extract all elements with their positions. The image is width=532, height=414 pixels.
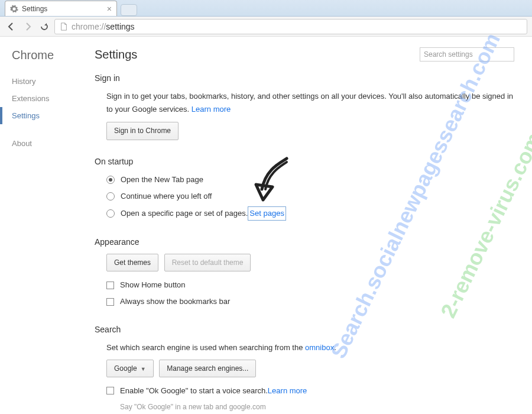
- sidebar-item-extensions[interactable]: Extensions: [12, 90, 83, 107]
- checkbox-label: Enable "Ok Google" to start a voice sear…: [120, 384, 268, 397]
- tab-strip: Settings ×: [0, 0, 532, 17]
- content-area: Settings Sign in Sign in to get your tab…: [83, 37, 532, 414]
- checkbox-label: Show Home button: [120, 279, 186, 292]
- startup-option-label: Open the New Tab page: [121, 173, 203, 186]
- startup-option-label: Open a specific page or set of pages.: [121, 207, 248, 220]
- show-bookmarks-checkbox[interactable]: Always show the bookmarks bar: [106, 295, 514, 308]
- address-bar[interactable]: chrome://settings: [54, 19, 527, 34]
- ok-google-checkbox[interactable]: Enable "Ok Google" to start a voice sear…: [106, 384, 514, 397]
- sidebar: Chrome History Extensions Settings About: [0, 37, 83, 414]
- checkbox-icon: [106, 298, 114, 306]
- radio-icon: [106, 192, 115, 200]
- sidebar-title: Chrome: [12, 48, 83, 62]
- sidebar-item-settings[interactable]: Settings: [0, 107, 83, 124]
- radio-icon: [106, 209, 115, 218]
- section-appearance-title: Appearance: [95, 237, 514, 247]
- forward-button[interactable]: [21, 20, 34, 33]
- browser-tab[interactable]: Settings ×: [5, 1, 117, 16]
- sidebar-item-about[interactable]: About: [12, 135, 83, 152]
- page-icon: [60, 22, 68, 31]
- chevron-down-icon: ▼: [141, 366, 146, 372]
- startup-option-continue[interactable]: Continue where you left off: [106, 190, 514, 203]
- startup-option-label: Continue where you left off: [121, 190, 212, 203]
- section-signin-title: Sign in: [95, 73, 514, 83]
- omnibox-link[interactable]: omnibox: [305, 343, 334, 352]
- page-title: Settings: [95, 48, 137, 62]
- section-startup-title: On startup: [95, 157, 514, 166]
- close-icon[interactable]: ×: [107, 5, 112, 13]
- new-tab-button[interactable]: [121, 4, 137, 16]
- browser-toolbar: chrome://settings: [0, 17, 532, 37]
- show-home-checkbox[interactable]: Show Home button: [106, 279, 514, 292]
- checkbox-label: Always show the bookmarks bar: [120, 295, 230, 308]
- sidebar-item-history[interactable]: History: [12, 73, 83, 90]
- startup-option-newtab[interactable]: Open the New Tab page: [106, 173, 514, 186]
- search-body: Set which search engine is used when sea…: [106, 343, 305, 352]
- checkbox-icon: [106, 282, 114, 289]
- back-button[interactable]: [5, 20, 18, 33]
- url-protocol: chrome://: [72, 22, 106, 31]
- tab-title: Settings: [22, 5, 47, 13]
- startup-option-specific[interactable]: Open a specific page or set of pages. Se…: [106, 206, 514, 221]
- signin-body: Sign in to get your tabs, bookmarks, his…: [106, 92, 513, 114]
- url-path: settings: [106, 22, 134, 31]
- ok-google-learn-more-link[interactable]: Learn more: [268, 384, 307, 397]
- section-search-title: Search: [95, 325, 514, 334]
- signin-button[interactable]: Sign in to Chrome: [106, 122, 179, 140]
- search-engine-dropdown[interactable]: Google▼: [106, 360, 154, 377]
- get-themes-button[interactable]: Get themes: [106, 254, 158, 271]
- manage-search-engines-button[interactable]: Manage search engines...: [159, 360, 256, 377]
- search-input[interactable]: [420, 47, 514, 62]
- reload-button[interactable]: [38, 20, 51, 33]
- gear-icon: [10, 5, 18, 13]
- checkbox-icon: [106, 387, 114, 394]
- set-pages-link[interactable]: Set pages: [248, 206, 286, 221]
- ok-google-hint: Say "Ok Google" in a new tab and google.…: [106, 401, 514, 413]
- radio-icon: [106, 176, 115, 184]
- reset-theme-button[interactable]: Reset to default theme: [164, 254, 251, 271]
- signin-learn-more-link[interactable]: Learn more: [192, 105, 231, 114]
